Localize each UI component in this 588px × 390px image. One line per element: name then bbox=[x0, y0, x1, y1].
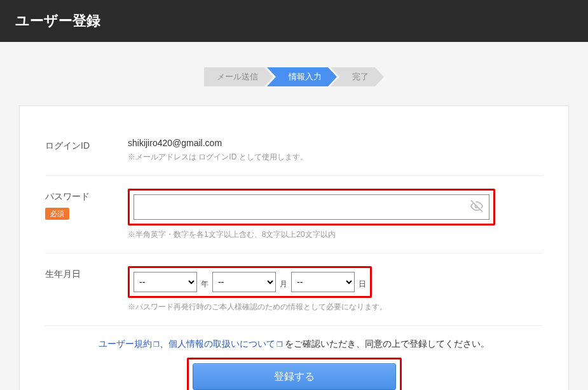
register-button[interactable]: 登録する bbox=[193, 363, 396, 390]
birth-month-select[interactable]: -- bbox=[212, 272, 276, 292]
content-container: メール送信 情報入力 完了 ログインID shikijiro420@gmail.… bbox=[0, 42, 588, 390]
birthdate-hint: ※パスワード再発行時のご本人様確認のための情報として必要になります。 bbox=[128, 302, 543, 313]
row-login-id: ログインID shikijiro420@gmail.com ※メールアドレスは … bbox=[45, 125, 543, 176]
birthdate-inputs: -- 年 -- 月 -- 日 bbox=[133, 272, 366, 292]
password-highlight bbox=[128, 189, 495, 225]
terms-link[interactable]: ユーザー規約❐ bbox=[99, 339, 160, 349]
login-id-value: shikijiro420@gmail.com bbox=[128, 138, 543, 148]
row-birthdate: 生年月日 -- 年 -- 月 -- bbox=[45, 253, 543, 326]
submit-highlight: 登録する bbox=[187, 358, 402, 390]
password-input[interactable] bbox=[133, 194, 489, 220]
step-input: 情報入力 bbox=[267, 67, 337, 86]
password-value-col: ※半角英字・数字を各1文字以上含む、8文字以上20文字以内 bbox=[128, 189, 543, 240]
month-unit: 月 bbox=[280, 279, 287, 292]
login-id-label: ログインID bbox=[45, 138, 128, 152]
birthdate-highlight: -- 年 -- 月 -- 日 bbox=[128, 266, 372, 298]
step-done: 完了 bbox=[331, 67, 384, 86]
required-badge: 必須 bbox=[45, 208, 69, 220]
birth-day-select[interactable]: -- bbox=[291, 272, 355, 292]
password-hint: ※半角英字・数字を各1文字以上含む、8文字以上20文字以内 bbox=[128, 229, 543, 240]
page-header: ユーザー登録 bbox=[0, 0, 588, 42]
password-label: パスワード bbox=[45, 191, 128, 203]
login-id-value-col: shikijiro420@gmail.com ※メールアドレスは ログインID … bbox=[128, 138, 543, 163]
year-unit: 年 bbox=[201, 279, 209, 292]
agreement-text: ユーザー規約❐、個人情報の取扱いについて❐ をご確認いただき、同意の上で登録して… bbox=[45, 339, 543, 350]
row-password: パスワード 必須 ※半角英字・数字を各1文字以上含む、8文字以上20文字以内 bbox=[45, 176, 543, 253]
password-input-wrap bbox=[133, 194, 489, 220]
privacy-link[interactable]: 個人情報の取扱いについて❐ bbox=[168, 339, 283, 349]
submit-wrap: 登録する bbox=[45, 358, 543, 390]
birth-year-select[interactable]: -- bbox=[133, 272, 197, 292]
step-mail: メール送信 bbox=[204, 67, 273, 86]
step-indicator: メール送信 情報入力 完了 bbox=[19, 67, 569, 86]
day-unit: 日 bbox=[359, 279, 366, 292]
external-link-icon: ❐ bbox=[277, 340, 283, 348]
page-title: ユーザー登録 bbox=[15, 13, 100, 29]
external-link-icon: ❐ bbox=[153, 340, 160, 348]
password-label-col: パスワード 必須 bbox=[45, 189, 128, 220]
eye-off-icon[interactable] bbox=[470, 200, 483, 215]
form-card: ログインID shikijiro420@gmail.com ※メールアドレスは … bbox=[19, 105, 569, 390]
login-id-hint: ※メールアドレスは ログインID として使用します。 bbox=[128, 152, 543, 163]
birthdate-label: 生年月日 bbox=[45, 266, 128, 280]
agreement-tail: をご確認いただき、同意の上で登録してください。 bbox=[283, 339, 490, 349]
birthdate-value-col: -- 年 -- 月 -- 日 ※パスワード再発行時のご本人様確認のための情報とし… bbox=[128, 266, 543, 313]
